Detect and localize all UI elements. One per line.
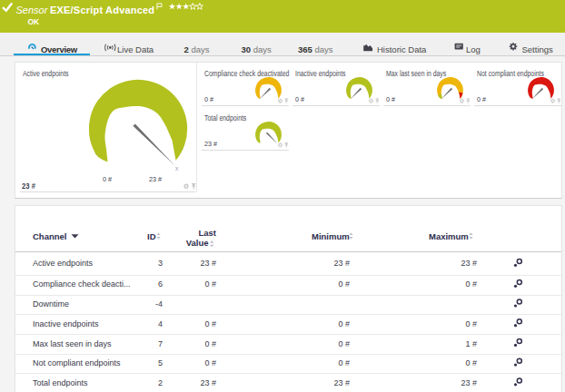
svg-text:x: x: [175, 165, 179, 172]
